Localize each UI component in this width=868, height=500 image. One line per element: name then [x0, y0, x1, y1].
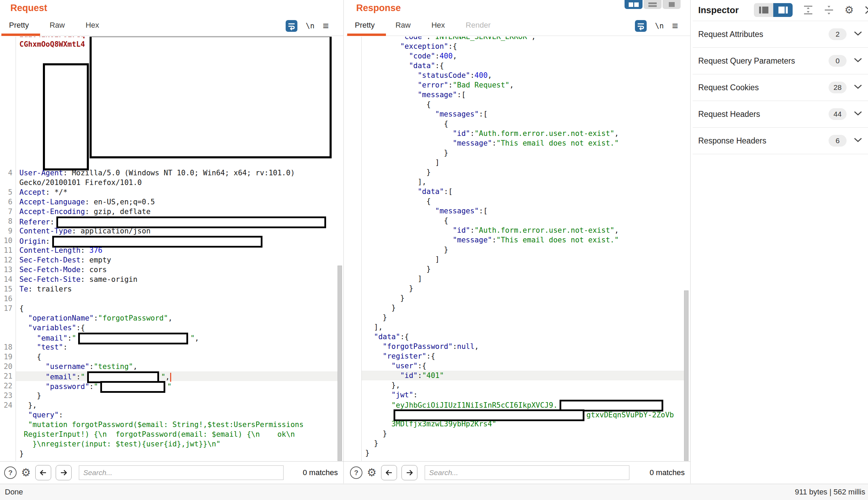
- line-number: [346, 284, 362, 293]
- code-line: "register":{: [346, 351, 684, 361]
- line-number: [346, 332, 362, 342]
- code-line: }: [346, 448, 684, 458]
- gear-icon[interactable]: ⚙: [367, 467, 377, 478]
- line-number: 20: [0, 362, 16, 371]
- line-number: [346, 109, 362, 119]
- code-line: 19 {: [0, 352, 338, 362]
- inspector-section-request-attributes[interactable]: Request Attributes2: [693, 21, 868, 47]
- code-line: "message":"This email does not exist.": [346, 235, 684, 245]
- request-search-input[interactable]: [79, 465, 284, 480]
- panel-divider-2[interactable]: [690, 0, 691, 483]
- search-next-button[interactable]: [56, 465, 72, 480]
- line-number: 17: [0, 304, 16, 313]
- chevron-down-icon: [853, 57, 862, 64]
- inspector-settings-icon[interactable]: ⚙: [844, 4, 854, 16]
- code-line: "id":"Auth.form.error.user.not-exist",: [346, 225, 684, 235]
- inspector-header: Inspector: [693, 0, 868, 20]
- inspector-section-request-headers[interactable]: Request Headers44: [693, 101, 868, 127]
- response-panel-title: Response: [356, 3, 401, 13]
- request-editor[interactable]: Iuz04IN8zFULreq CGhxmOoQ8WXmtL4 4User-Ag…: [0, 37, 338, 461]
- code-line: 9Content-Type: application/json: [0, 226, 338, 236]
- arrow-left-icon: [385, 469, 393, 476]
- layout-tabs-button[interactable]: [663, 0, 681, 9]
- line-number: [346, 177, 362, 187]
- code-line: "code":"INTERNAL_SERVER_ERROR",: [346, 37, 684, 41]
- code-line: "mutation forgotPassword($email: String!…: [0, 420, 338, 429]
- line-number: 23: [0, 391, 16, 400]
- line-number: 24: [0, 400, 16, 410]
- section-label: Request Cookies: [698, 83, 829, 92]
- count-badge: 0: [829, 55, 847, 67]
- line-number: [346, 196, 362, 206]
- inspector-section-request-cookies[interactable]: Request Cookies28: [693, 74, 868, 101]
- line-number: 5: [0, 187, 16, 197]
- code-line: 20 "username":"testing",: [0, 362, 338, 371]
- response-tab-raw[interactable]: Raw: [395, 21, 410, 30]
- inspector-header-icons: ⚙: [803, 4, 868, 16]
- line-number: [346, 390, 362, 400]
- line-number: [0, 178, 16, 187]
- search-row-divider: [0, 461, 690, 462]
- line-number: [346, 235, 362, 245]
- line-number: [346, 380, 362, 390]
- status-text: Done: [5, 488, 23, 497]
- line-number: [346, 129, 362, 138]
- layout-rows-button[interactable]: [644, 0, 662, 9]
- line-number: [0, 333, 16, 342]
- code-line: ]: [346, 158, 684, 167]
- code-line: 8Referer:: [0, 216, 338, 226]
- count-badge: 28: [829, 82, 847, 93]
- newline-toggle-icon[interactable]: \n: [655, 22, 664, 30]
- search-prev-button[interactable]: [381, 465, 397, 480]
- code-line: "code":400,: [346, 51, 684, 61]
- request-search-bar: ? ⚙ 0 matches: [0, 462, 343, 483]
- code-line: }: [346, 303, 684, 313]
- help-icon[interactable]: ?: [4, 466, 17, 479]
- word-wrap-icon[interactable]: [635, 20, 647, 32]
- code-line: "jwt":: [346, 390, 684, 400]
- close-icon[interactable]: [864, 5, 868, 15]
- response-tab-hex[interactable]: Hex: [431, 21, 445, 30]
- expand-all-icon[interactable]: [803, 5, 813, 15]
- request-tab-hex[interactable]: Hex: [85, 21, 99, 30]
- line-number: [346, 158, 362, 167]
- line-number: 18: [0, 342, 16, 352]
- line-number: [346, 419, 362, 429]
- request-scrollbar[interactable]: [338, 266, 342, 461]
- code-line: 6Accept-Language: en-US,en;q=0.5: [0, 197, 338, 207]
- menu-icon[interactable]: ≡: [323, 21, 329, 31]
- collapse-all-icon[interactable]: [824, 5, 834, 15]
- menu-icon[interactable]: ≡: [672, 21, 678, 31]
- code-line: Gecko/20100101 Firefox/101.0: [0, 178, 338, 187]
- search-next-button[interactable]: [401, 465, 417, 480]
- help-icon[interactable]: ?: [350, 466, 362, 479]
- response-tab-pretty[interactable]: Pretty: [355, 21, 375, 30]
- response-search-input[interactable]: [425, 465, 629, 480]
- line-number: [346, 409, 362, 419]
- response-scrollbar[interactable]: [684, 290, 689, 461]
- line-number: [346, 293, 362, 303]
- code-line: "id":"401": [346, 371, 684, 380]
- word-wrap-icon[interactable]: [286, 20, 297, 32]
- request-tab-pretty[interactable]: Pretty: [9, 21, 29, 30]
- code-line: "forgotPassword":null,: [346, 342, 684, 351]
- inspector-section-request-query-parameters[interactable]: Request Query Parameters0: [693, 47, 868, 74]
- newline-toggle-icon[interactable]: \n: [306, 22, 314, 30]
- request-tab-icons: \n ≡: [286, 20, 329, 32]
- inspector-collapse-sidebar-button[interactable]: [754, 3, 773, 17]
- gear-icon[interactable]: ⚙: [21, 467, 31, 478]
- arrow-right-icon: [405, 469, 414, 476]
- inspector-expand-sidebar-button[interactable]: [773, 3, 793, 17]
- inspector-section-response-headers[interactable]: Response Headers6: [693, 127, 868, 154]
- code-line: gtxvDEqnSVuPbY-2ZoVb: [346, 409, 684, 419]
- code-line: }: [346, 148, 684, 158]
- section-label: Request Attributes: [698, 30, 829, 39]
- code-line: 7Accept-Encoding: gzip, deflate: [0, 207, 338, 216]
- code-line: {: [346, 100, 684, 109]
- layout-columns-button[interactable]: [625, 0, 643, 9]
- response-editor[interactable]: "code":"INTERNAL_SERVER_ERROR", "excepti…: [346, 37, 684, 461]
- panel-divider-1[interactable]: [343, 0, 344, 483]
- search-prev-button[interactable]: [35, 465, 51, 480]
- request-tab-raw[interactable]: Raw: [49, 21, 65, 30]
- line-number: [346, 138, 362, 148]
